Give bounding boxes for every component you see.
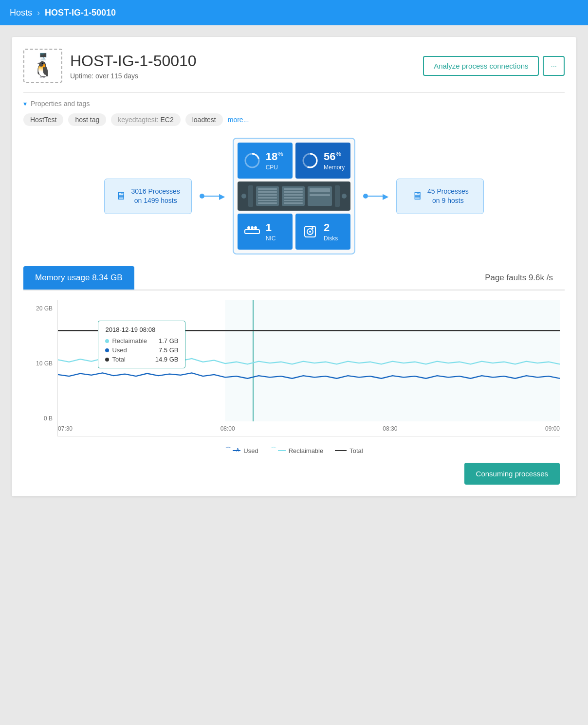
cpu-circle-icon — [243, 152, 261, 169]
legend-used: ⌒ Used — [225, 446, 258, 455]
analyze-connections-button[interactable]: Analyze process connections — [423, 56, 539, 76]
chart-tooltip: 2018-12-19 08:08 Reclaimable 1.7 GB Used… — [98, 321, 185, 368]
page-faults-tab[interactable]: Page faults 9.6k /s — [134, 266, 565, 290]
svg-point-14 — [312, 227, 313, 229]
tag-hosttag[interactable]: host tag — [68, 113, 106, 126]
properties-section: ▾ Properties and tags HostTest host tag … — [23, 92, 565, 126]
process-icon-left: 🖥 — [115, 190, 126, 202]
left-process-count: 3016 Processes — [131, 187, 180, 197]
y-label-0b: 0 B — [28, 415, 53, 422]
process-icon-right: 🖥 — [412, 190, 423, 202]
bottom-metrics: 1 NIC 2 — [238, 214, 351, 250]
server-unit-2 — [282, 186, 305, 206]
x-label-900: 09:00 — [545, 425, 560, 432]
header: Hosts › HOST-IG-1-50010 — [0, 0, 588, 25]
tag-hosttest[interactable]: HostTest — [23, 113, 63, 126]
top-metrics: 18% CPU 56% — [238, 143, 351, 179]
legend-used-label: Used — [243, 447, 258, 454]
tooltip-used-val: 7.5 GB — [159, 346, 178, 354]
server-container: 18% CPU 56% — [233, 138, 356, 254]
properties-tags: HostTest host tag keyedtagtest: EC2 load… — [23, 113, 565, 126]
server-end-decor — [335, 185, 347, 207]
server-decorations — [241, 185, 253, 207]
legend-total: Total — [335, 446, 363, 455]
tooltip-reclaimable: Reclaimable 1.7 GB — [105, 337, 178, 344]
chart-area: 2018-12-19 08:08 Reclaimable 1.7 GB Used… — [57, 300, 560, 436]
server-unit-sm — [308, 186, 332, 206]
tooltip-total: Total 14.9 GB — [105, 356, 178, 363]
breadcrumb-hosts[interactable]: Hosts — [10, 8, 32, 18]
memory-metric-tile: 56% Memory — [295, 143, 350, 179]
x-axis-labels: 07:30 08:00 08:30 09:00 — [58, 423, 560, 432]
host-title: HOST-IG-1-50010 — [70, 52, 197, 70]
cpu-value: 18% — [266, 150, 283, 163]
disks-icon — [301, 223, 319, 240]
legend-total-label: Total — [349, 447, 363, 454]
memory-value: 56% — [324, 150, 345, 163]
consuming-processes-button[interactable]: Consuming processes — [464, 463, 560, 485]
nic-info: 1 NIC — [266, 221, 276, 242]
tooltip-total-val: 14.9 GB — [155, 356, 179, 363]
properties-label: Properties and tags — [31, 100, 90, 108]
properties-header: ▾ Properties and tags — [23, 100, 565, 108]
chart-container: 20 GB 10 GB 0 B 2018-12-19 08:08 Reclaim… — [28, 300, 560, 436]
tags-more-link[interactable]: more... — [228, 116, 249, 124]
right-process-count: 45 Processes — [427, 187, 469, 197]
memory-circle-icon — [301, 152, 319, 169]
legend-reclaimable-label: Reclaimable — [289, 447, 324, 454]
tooltip-reclaimable-val: 1.7 GB — [159, 337, 178, 344]
chart-y-labels: 20 GB 10 GB 0 B — [28, 300, 53, 436]
host-uptime: Uptime: over 115 days — [70, 72, 197, 80]
nic-icon — [243, 223, 261, 240]
cpu-info: 18% CPU — [266, 150, 283, 171]
cpu-metric-tile: 18% CPU — [238, 143, 293, 179]
memory-label: Memory — [324, 164, 345, 171]
right-process-box[interactable]: 🖥 45 Processes on 9 hosts — [396, 179, 484, 214]
server-unit-1 — [256, 186, 279, 206]
arrow-right: ▶ — [363, 192, 388, 201]
memory-usage-tab[interactable]: Memory usage 8.34 GB — [23, 266, 134, 290]
properties-chevron-icon[interactable]: ▾ — [23, 100, 27, 108]
tooltip-used: Used 7.5 GB — [105, 346, 178, 354]
host-info-row: 🖥️ 🐧 HOST-IG-1-50010 Uptime: over 115 da… — [23, 49, 565, 83]
left-process-box[interactable]: 🖥 3016 Processes on 1499 hosts — [104, 179, 192, 214]
tooltip-date: 2018-12-19 08:08 — [105, 326, 178, 333]
nic-label: NIC — [266, 235, 276, 242]
memory-tabs: Memory usage 8.34 GB Page faults 9.6k /s — [23, 266, 565, 290]
x-label-800: 08:00 — [220, 425, 235, 432]
chart-section: 20 GB 10 GB 0 B 2018-12-19 08:08 Reclaim… — [23, 300, 565, 485]
disks-label: Disks — [324, 235, 338, 242]
host-identity: 🖥️ 🐧 HOST-IG-1-50010 Uptime: over 115 da… — [23, 49, 197, 83]
tag-keyed-ec2[interactable]: keyedtagtest: EC2 — [111, 113, 180, 126]
breadcrumb-host: HOST-IG-1-50010 — [45, 8, 116, 18]
memory-info: 56% Memory — [324, 150, 345, 171]
disks-metric-tile: 2 Disks — [295, 214, 350, 250]
disks-value: 2 — [324, 221, 338, 234]
cpu-label: CPU — [266, 164, 283, 171]
main-card: 🖥️ 🐧 HOST-IG-1-50010 Uptime: over 115 da… — [12, 37, 576, 496]
chart-legend: ⌒ Used ⌒ Reclaimable Total — [28, 446, 560, 455]
consuming-btn-row: Consuming processes — [28, 463, 560, 485]
host-actions: Analyze process connections ··· — [423, 56, 565, 76]
breadcrumb-separator: › — [37, 8, 40, 18]
legend-reclaimable: ⌒ Reclaimable — [270, 446, 324, 455]
host-text: HOST-IG-1-50010 Uptime: over 115 days — [70, 52, 197, 80]
x-label-730: 07:30 — [58, 425, 73, 432]
nic-value: 1 — [266, 221, 276, 234]
x-label-830: 08:30 — [383, 425, 397, 432]
infra-diagram: 🖥 3016 Processes on 1499 hosts ▶ — [23, 138, 565, 254]
disks-info: 2 Disks — [324, 221, 338, 242]
right-process-hosts: on 9 hosts — [427, 196, 469, 206]
host-icon: 🖥️ 🐧 — [23, 49, 62, 83]
arrow-left: ▶ — [200, 192, 225, 201]
tag-loadtest[interactable]: loadtest — [185, 113, 223, 126]
more-options-button[interactable]: ··· — [543, 56, 565, 76]
server-body — [238, 181, 351, 211]
nic-metric-tile: 1 NIC — [238, 214, 293, 250]
y-label-20gb: 20 GB — [28, 305, 53, 312]
svg-rect-4 — [245, 230, 259, 234]
left-process-hosts: on 1499 hosts — [131, 196, 180, 206]
svg-point-13 — [309, 231, 311, 233]
y-label-10gb: 10 GB — [28, 360, 53, 367]
